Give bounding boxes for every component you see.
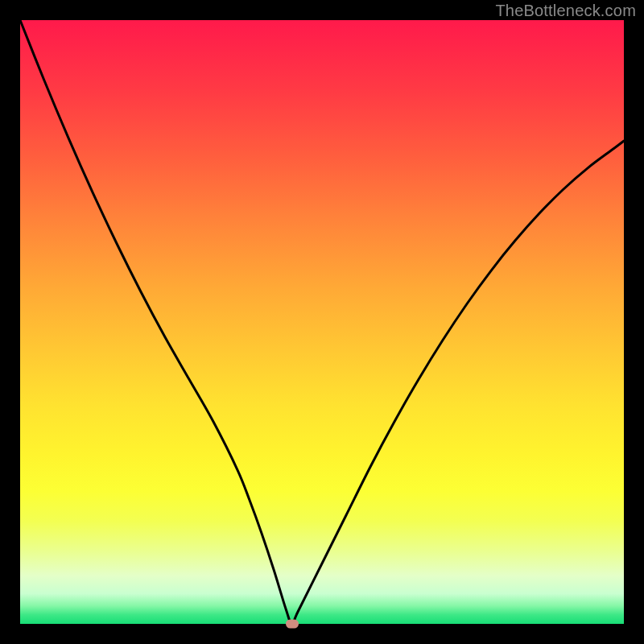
plot-area	[20, 20, 624, 624]
bottleneck-curve	[20, 20, 624, 624]
optimum-marker	[286, 620, 299, 629]
watermark: TheBottleneck.com	[495, 2, 636, 20]
chart-frame: TheBottleneck.com	[0, 0, 644, 644]
